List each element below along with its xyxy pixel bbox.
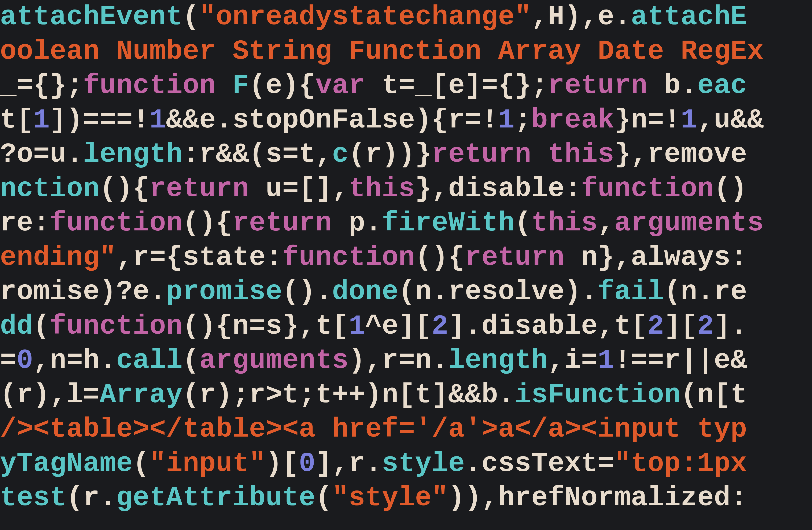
code-token: ^e][: [365, 311, 432, 342]
code-token: (: [515, 208, 532, 239]
code-token: function: [282, 242, 415, 273]
code-line[interactable]: dd(function(){n=s},t[1^e][2].disable,t[2…: [0, 309, 812, 344]
code-token: &&e.stopOnFalse){r=!: [166, 105, 498, 136]
code-token: }n=!: [614, 105, 681, 136]
code-token: 2: [648, 311, 664, 342]
code-token: (e){: [249, 70, 316, 101]
code-token: ().: [282, 276, 332, 307]
code-line[interactable]: /><table></table><a href='/a'>a</a><inpu…: [0, 412, 812, 447]
code-token: "input": [149, 448, 266, 479]
code-line[interactable]: romise)?e.promise().done(n.resolve).fail…: [0, 275, 812, 309]
code-token: arguments: [199, 345, 349, 376]
code-token: t[: [0, 105, 33, 136]
code-token: 1: [498, 105, 515, 136]
code-editor-viewport[interactable]: attachEvent("onreadystatechange",H),e.at…: [0, 0, 812, 515]
code-line[interactable]: _={};function F(e){var t=_[e]={};return …: [0, 69, 812, 103]
code-line[interactable]: oolean Number String Function Array Date…: [0, 34, 812, 69]
code-token: 1: [598, 345, 614, 376]
code-token: this: [531, 208, 598, 239]
code-token: length: [83, 139, 183, 170]
code-line[interactable]: re:function(){return p.fireWith(this,arg…: [0, 206, 812, 240]
code-token: 1: [681, 105, 697, 136]
code-token: done: [332, 276, 398, 307]
code-token: (n.re: [664, 276, 747, 307]
code-token: Array: [100, 380, 183, 411]
code-line[interactable]: yTagName("input")[0],r.style.cssText="to…: [0, 447, 812, 481]
code-token: ].disable,t[: [448, 311, 648, 342]
code-token: (: [183, 345, 199, 376]
code-token: ?o=u.: [0, 139, 83, 170]
code-token: arguments: [614, 208, 764, 239]
code-token: (: [183, 1, 199, 32]
code-line[interactable]: test(r.getAttribute("style")),hrefNormal…: [0, 481, 812, 515]
code-token: fireWith: [382, 208, 515, 239]
code-token: (: [33, 311, 50, 342]
code-token: "style": [332, 483, 448, 514]
code-token: ,: [598, 208, 614, 239]
code-token: promise: [166, 276, 282, 307]
code-token: u=[],: [249, 173, 349, 204]
code-token: (): [714, 173, 747, 204]
code-token: (r),l=: [0, 380, 100, 411]
code-token: (){n=s},t[: [183, 311, 349, 342]
code-token: 1: [33, 105, 50, 136]
code-token: this: [349, 173, 415, 204]
code-token: ,n=h.: [33, 345, 116, 376]
code-token: n},always:: [564, 242, 747, 273]
code-token: function: [581, 173, 714, 204]
code-token: 1: [149, 105, 166, 136]
code-token: return this: [432, 139, 614, 170]
code-token: length: [448, 345, 548, 376]
code-line[interactable]: t[1])===!1&&e.stopOnFalse){r=!1;break}n=…: [0, 103, 812, 138]
code-token: isFunction: [515, 380, 681, 411]
code-token: 0: [299, 448, 316, 479]
code-line[interactable]: attachEvent("onreadystatechange",H),e.at…: [0, 0, 812, 34]
code-token: attachEvent: [0, 1, 183, 32]
code-token: (){: [415, 242, 465, 273]
code-token: ),r=n.: [349, 345, 448, 376]
code-token: "top:1px: [614, 448, 747, 479]
code-token: p.: [332, 208, 382, 239]
code-token: (r.: [67, 483, 116, 514]
code-token: [216, 70, 233, 101]
code-token: getAttribute: [116, 483, 316, 514]
code-line[interactable]: ending",r={state:function(){return n},al…: [0, 240, 812, 275]
code-token: ;: [515, 105, 532, 136]
code-line[interactable]: ?o=u.length:r&&(s=t,c(r))}return this},r…: [0, 137, 812, 172]
code-token: re:: [0, 208, 50, 239]
code-token: romise)?e.: [0, 276, 166, 307]
code-token: c: [332, 139, 349, 170]
code-token: /><table></table><a href='/a'>a</a><inpu…: [0, 414, 747, 445]
code-token: dd: [0, 311, 33, 342]
code-token: b.: [648, 70, 697, 101]
code-token: },remove: [614, 139, 747, 170]
code-token: 2: [697, 311, 714, 342]
code-token: (){: [183, 208, 233, 239]
code-token: ,H),e.: [531, 1, 631, 32]
code-token: function: [50, 311, 183, 342]
code-token: return: [465, 242, 564, 273]
code-token: },disable:: [415, 173, 581, 204]
code-line[interactable]: =0,n=h.call(arguments),r=n.length,i=1!==…: [0, 343, 812, 378]
code-token: ,i=: [548, 345, 598, 376]
code-line[interactable]: nction(){return u=[],this},disable:funct…: [0, 172, 812, 206]
code-token: :r&&(s=t,: [183, 139, 332, 170]
code-token: "onreadystatechange": [199, 1, 531, 32]
code-token: test: [0, 483, 67, 514]
code-token: (){: [100, 173, 149, 204]
code-line[interactable]: (r),l=Array(r);r>t;t++)n[t]&&b.isFunctio…: [0, 378, 812, 412]
code-token: call: [116, 345, 183, 376]
code-token: .cssText=: [465, 448, 614, 479]
code-token: ,r={state:: [116, 242, 282, 273]
code-token: attachE: [631, 1, 747, 32]
code-token: =: [0, 345, 17, 376]
code-token: eac: [697, 70, 747, 101]
code-token: (n.resolve).: [398, 276, 598, 307]
code-token: yTagName: [0, 448, 133, 479]
code-token: (: [316, 483, 332, 514]
code-token: _={};: [0, 70, 83, 101]
code-token: ])===!: [50, 105, 149, 136]
code-token: 2: [432, 311, 448, 342]
code-token: 0: [17, 345, 33, 376]
code-token: return: [149, 173, 249, 204]
